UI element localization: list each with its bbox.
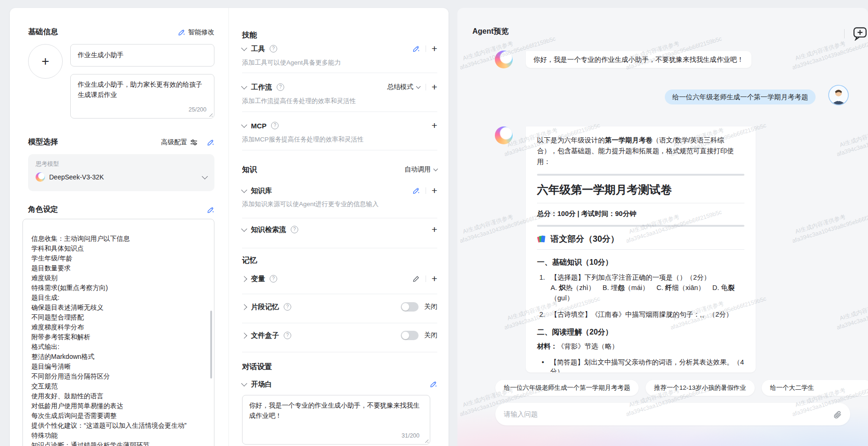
knowledge-base-label: 知识库: [251, 186, 272, 195]
add-tool-button[interactable]: +: [432, 44, 437, 53]
mcp-desc: 添加MCP服务提高任务处理的效率和灵活性: [242, 135, 437, 144]
file-box-toggle[interactable]: [401, 331, 419, 340]
help-icon[interactable]: ?: [291, 226, 298, 233]
workflow-row[interactable]: 工作流 ? 总结模式 +: [242, 82, 437, 93]
knowledge-desc: 添加知识来源可以使Agent进行更专业的信息输入: [242, 200, 437, 208]
bot-exam-bubble: 以下是为六年级设计的第一学期月考卷（语文/数学/英语三科综合），包含基础题、能力…: [526, 126, 756, 372]
add-retrieval-button[interactable]: +: [432, 225, 437, 234]
opening-edit-pencil-icon[interactable]: [430, 380, 437, 388]
agent-name-input[interactable]: 作业生成小助手: [70, 44, 214, 67]
suggestion-chip[interactable]: 推荐一个12-13岁小孩的暑假作业: [646, 380, 755, 396]
basic-info-title: 基础信息: [28, 27, 58, 37]
paperclip-icon[interactable]: [833, 410, 842, 419]
mcp-row[interactable]: MCP ? +: [242, 120, 437, 131]
toggle-off-label: 关闭: [424, 303, 437, 311]
divider: [242, 150, 437, 150]
file-box-row[interactable]: 文件盒子 ? 关闭: [242, 330, 437, 341]
resize-handle-icon[interactable]: [208, 112, 213, 117]
knowledge-base-row[interactable]: 知识库 +: [242, 185, 437, 196]
exam-meta: 总分：100分 | 考试时间：90分钟: [537, 209, 744, 218]
fragment-memory-label: 片段记忆: [251, 303, 279, 312]
opening-value: 你好，我是一个专业的作业生成小助手，不要犹豫来找我生成作业吧！: [249, 401, 419, 419]
agent-config-panel: 基础信息 智能修改 + 作业生成小助手 作业生成小助手，助力家长更有效的给孩子生…: [10, 8, 449, 446]
advanced-config-label: 高级配置: [161, 138, 187, 147]
chevron-down-icon[interactable]: [241, 83, 247, 89]
opening-textarea[interactable]: 你好，我是一个专业的作业生成小助手，不要犹豫来找我生成作业吧！ 31/200: [242, 395, 430, 445]
bot-greeting-text: 你好，我是一个专业的作业生成小助手，不要犹豫来找我生成作业吧！: [533, 56, 744, 63]
variables-row[interactable]: 变量 ? +: [242, 273, 437, 284]
preview-title: Agent预览: [472, 27, 508, 37]
suggestion-chip[interactable]: 给一个大二学生: [762, 380, 868, 396]
role-header: 角色设定: [28, 205, 214, 215]
chat-input-placeholder: 请输入问题: [504, 410, 538, 419]
divider: [242, 73, 437, 73]
retrieval-flow-row[interactable]: 知识检索流 ? +: [242, 224, 437, 235]
variables-edit-pencil-icon[interactable]: [412, 275, 420, 282]
add-mcp-button[interactable]: +: [432, 121, 437, 130]
fragment-memory-row[interactable]: 片段记忆 ? 关闭: [242, 301, 437, 312]
divider: [537, 174, 744, 176]
knowledge-mode-dropdown[interactable]: 自动调用: [405, 165, 437, 174]
chevron-right-icon[interactable]: [241, 333, 247, 339]
chevron-down-icon[interactable]: [241, 45, 247, 51]
chevron-down-icon[interactable]: [241, 226, 247, 232]
role-prompt-textarea[interactable]: 信息收集：主动询问用户以下信息 学科和具体知识点 学生年级/年龄 题目数量要求 …: [22, 219, 214, 446]
knowledge-edit-pencil-icon[interactable]: [412, 187, 420, 194]
watermark-tile: AI生成内容谨供参考afa394c3aa10439a8c95eb66f2159b…: [839, 114, 868, 156]
suggestion-chips: 给一位六年级老师生成一个第一学期月考考题 推荐一个12-13岁小孩的暑假作业 给…: [495, 380, 868, 396]
tools-edit-pencil-icon[interactable]: [412, 45, 420, 52]
model-name: DeepSeek-V3-32K: [49, 173, 104, 181]
new-chat-icon[interactable]: [853, 26, 868, 41]
exam-sub1: 一、基础知识（10分）: [537, 258, 744, 268]
chevron-down-icon[interactable]: [241, 380, 247, 387]
mcp-label: MCP: [251, 122, 266, 130]
help-icon[interactable]: ?: [277, 83, 284, 91]
help-icon[interactable]: ?: [270, 45, 277, 52]
fragment-memory-toggle[interactable]: [401, 302, 419, 312]
chevron-right-icon[interactable]: [241, 276, 247, 282]
opening-label: 开场白: [251, 380, 272, 389]
chevron-down-icon: [202, 173, 208, 179]
chevron-down-icon[interactable]: [241, 122, 247, 128]
add-knowledge-button[interactable]: +: [432, 186, 437, 195]
model-edit-pencil-icon[interactable]: [207, 139, 214, 146]
advanced-config-button[interactable]: 高级配置: [161, 138, 198, 147]
agent-name-value: 作业生成小助手: [78, 51, 124, 59]
chat-input[interactable]: 请输入问题: [495, 403, 850, 425]
chevron-down-icon[interactable]: [241, 187, 247, 193]
model-select-card[interactable]: 思考模型 DeepSeek-V3-32K: [28, 154, 214, 191]
suggestion-chip[interactable]: 给一位六年级老师生成一个第一学期月考考题: [495, 380, 639, 396]
model-type-label: 思考模型: [36, 160, 207, 168]
smart-edit-button[interactable]: 智能修改: [178, 28, 214, 37]
agent-description-input[interactable]: 作业生成小助手，助力家长更有效的给孩子生成课后作业 25/200: [70, 74, 214, 119]
role-title: 角色设定: [28, 205, 58, 215]
workflow-mode-dropdown[interactable]: 总结模式: [387, 83, 420, 91]
chevron-right-icon[interactable]: [241, 304, 247, 310]
avatar-upload-button[interactable]: +: [28, 44, 63, 79]
add-workflow-button[interactable]: +: [432, 82, 437, 92]
bot-avatar: [495, 51, 513, 68]
agent-description-value: 作业生成小助手，助力家长更有效的给孩子生成课后作业: [78, 81, 202, 98]
role-edit-pencil-icon[interactable]: [207, 206, 214, 214]
description-counter: 25/200: [189, 104, 206, 115]
agent-preview-panel: Agent预览 你好，我是一个专业的作业生成小助手，不要犹豫来找我生成作业吧！ …: [457, 8, 868, 446]
help-icon[interactable]: ?: [270, 275, 277, 282]
opening-row[interactable]: 开场白: [242, 379, 437, 390]
help-icon[interactable]: ?: [271, 122, 279, 129]
user-avatar: [828, 85, 849, 105]
skills-header: 技能: [242, 30, 437, 41]
scrollbar-thumb[interactable]: [210, 311, 212, 379]
divider: [426, 275, 426, 282]
exam-title: 六年级第一学期月考测试卷: [537, 182, 744, 203]
exam-question-1: 1. 【选择题】下列加点字注音正确的一项是（）（2分） A. 炽热（zhì） B…: [537, 272, 744, 303]
divider: [242, 218, 437, 218]
tools-row[interactable]: 工具 ? +: [242, 43, 437, 54]
add-variable-button[interactable]: +: [432, 274, 437, 283]
bot-avatar: [495, 126, 513, 144]
resize-handle-icon[interactable]: [424, 438, 428, 443]
model-select-header: 模型选择 高级配置: [28, 137, 214, 147]
help-icon[interactable]: ?: [284, 303, 291, 311]
help-icon[interactable]: ?: [284, 332, 291, 339]
exam-section-chinese: 语文部分（30分）: [537, 233, 744, 250]
memory-title: 记忆: [242, 256, 257, 266]
